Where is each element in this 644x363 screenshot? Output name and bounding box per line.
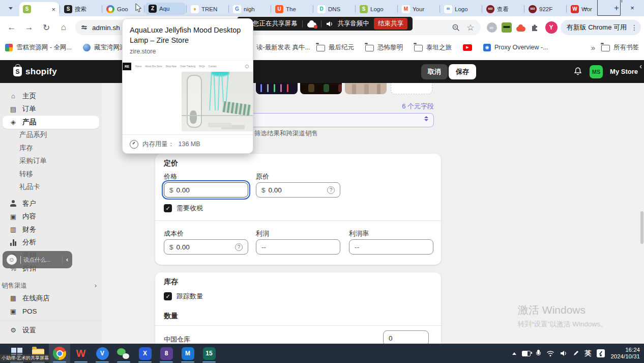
cost-input[interactable]: $ 0.00 ?: [164, 239, 248, 255]
wifi-icon[interactable]: [546, 350, 554, 357]
shopify-logo[interactable]: S shopify: [13, 67, 57, 77]
checkbox-checked-icon[interactable]: ✓: [164, 204, 172, 212]
ime-indicator[interactable]: 英: [584, 349, 591, 358]
browser-tab[interactable]: ZAqu: [145, 3, 186, 15]
taskbar-app-m[interactable]: M: [177, 344, 198, 363]
collapse-chevron-icon[interactable]: ‹: [639, 62, 642, 70]
help-icon[interactable]: ?: [235, 243, 243, 251]
profile-avatar[interactable]: Y: [545, 21, 558, 34]
browser-tab[interactable]: 922查看: [483, 2, 523, 16]
volume-icon[interactable]: [560, 350, 567, 356]
product-media-thumbnail[interactable]: [256, 83, 298, 94]
scrollbar-thumb[interactable]: [640, 211, 643, 244]
link-extension-icon[interactable]: ∞: [487, 22, 497, 33]
browser-tab[interactable]: S×: [19, 2, 59, 16]
home-button[interactable]: ⌂: [56, 20, 71, 35]
close-button[interactable]: ×: [621, 0, 644, 15]
tab-close-icon[interactable]: ×: [51, 6, 55, 13]
sales-channels-header[interactable]: 销售渠道 ›: [0, 280, 102, 292]
add-media-button[interactable]: [391, 83, 432, 94]
help-icon[interactable]: ?: [327, 186, 335, 194]
checkbox-checked-icon[interactable]: ✓: [164, 292, 172, 300]
product-media-thumbnail[interactable]: [300, 83, 342, 94]
taskbar-app-v[interactable]: V: [92, 344, 113, 363]
browser-tab[interactable]: DDNS: [314, 2, 355, 16]
price-input[interactable]: $ 0.00: [164, 182, 248, 198]
profit-field[interactable]: --: [256, 239, 340, 255]
pen-icon[interactable]: [573, 350, 579, 356]
all-bookmarks-button[interactable]: 所有书签: [601, 43, 639, 52]
minimize-button[interactable]: –: [574, 0, 597, 15]
sidebar-item-customers[interactable]: 客户: [0, 197, 102, 210]
sidebar-item-store[interactable]: ▦在线商店: [0, 292, 102, 305]
site-info-icon[interactable]: [81, 26, 87, 29]
save-button[interactable]: 保存: [449, 64, 476, 79]
extensions-puzzle-icon[interactable]: [530, 23, 539, 32]
cloud-download-extension-icon[interactable]: [516, 26, 525, 32]
taskbar-app-x[interactable]: X: [134, 344, 156, 363]
track-quantity-row[interactable]: ✓ 跟踪数量: [164, 292, 203, 301]
browser-tab[interactable]: SLogo: [356, 2, 397, 16]
battery-icon[interactable]: [522, 351, 531, 356]
sidebar-subitem[interactable]: 产品系列: [0, 129, 102, 142]
product-media-thumbnail[interactable]: [345, 83, 387, 94]
cancel-button[interactable]: 取消: [421, 64, 448, 79]
taskbar-wechat[interactable]: [113, 344, 134, 363]
browser-tab[interactable]: 88Logo: [441, 2, 481, 16]
store-avatar[interactable]: MS: [590, 65, 603, 78]
compare-price-input[interactable]: $ 0.00 ?: [256, 182, 340, 198]
taskbar-app-15[interactable]: 15: [198, 344, 220, 363]
bookmark-item[interactable]: 读-最新发表 真牛...: [256, 43, 310, 52]
chrome-update-chip[interactable]: 有新版 Chrome 可用 ⋮: [561, 20, 641, 35]
bookmark-item[interactable]: ◉Proxy Overview -...: [483, 44, 548, 51]
security-app-icon[interactable]: [597, 349, 605, 357]
bookmark-item[interactable]: 雪糕资源网 - 全网...: [5, 43, 72, 52]
browser-tab[interactable]: 922922F: [525, 2, 566, 16]
browser-tab[interactable]: UThe: [272, 2, 312, 16]
browser-tab[interactable]: MYour: [398, 2, 439, 16]
bookmark-item[interactable]: 恐怖黎明: [365, 43, 403, 52]
taskbar-app-8[interactable]: 8: [156, 344, 177, 363]
hidden-icons-chevron[interactable]: [512, 352, 516, 355]
more-menu-icon[interactable]: ⋮: [631, 23, 638, 32]
sunglasses-extension-icon[interactable]: [502, 22, 512, 33]
browser-tab[interactable]: ♦TREN: [187, 2, 228, 16]
sidebar-subitem[interactable]: 转移: [0, 167, 102, 181]
bookmark-item[interactable]: 藏宝湾网游: [83, 43, 126, 52]
restore-button[interactable]: [597, 0, 621, 15]
sidebar-item-content[interactable]: ▣内容: [0, 210, 102, 224]
bookmark-item[interactable]: 泰坦之旅: [414, 43, 452, 52]
sidebar-item-finance[interactable]: ▥财务: [0, 223, 102, 236]
sidebar-subitem[interactable]: 礼品卡: [0, 181, 102, 194]
microphone-icon[interactable]: [536, 350, 541, 357]
stop-sharing-button[interactable]: 结束共享: [374, 18, 407, 30]
bookmark-item[interactable]: 最后纪元: [316, 43, 354, 52]
reload-button[interactable]: ↻: [39, 20, 54, 35]
back-button[interactable]: ←: [4, 20, 19, 35]
collapse-left-icon[interactable]: ‹: [66, 256, 68, 263]
sidebar-item-orders[interactable]: ▤订单: [0, 103, 102, 116]
zoom-icon[interactable]: [452, 23, 460, 32]
bookmarks-overflow-icon[interactable]: »: [591, 43, 595, 52]
sidebar-item-products[interactable]: ◈产品: [3, 116, 99, 129]
sidebar-item-analytics[interactable]: 分析: [0, 236, 102, 249]
charge-tax-row[interactable]: ✓ 需要收税: [164, 204, 203, 213]
margin-field[interactable]: --: [349, 239, 433, 255]
forward-button[interactable]: →: [21, 20, 37, 35]
sidebar-item-pos[interactable]: ▣POS: [0, 305, 102, 318]
notifications-bell-icon[interactable]: [573, 67, 582, 76]
tab-search-button[interactable]: [3, 2, 18, 15]
browser-tab[interactable]: S搜索: [61, 2, 101, 16]
sidebar-item-gear[interactable]: ⚙设置: [0, 324, 102, 337]
taskbar-clock[interactable]: 16:24 2024/10/31: [610, 347, 640, 360]
sidebar-subitem[interactable]: 采购订单: [0, 155, 102, 168]
taskbar-chrome[interactable]: [49, 344, 70, 363]
sidebar-item-home[interactable]: ⌂主页: [0, 90, 102, 103]
taskbar-wps[interactable]: W: [70, 344, 92, 363]
chat-input[interactable]: 说点什么...: [20, 256, 58, 264]
bookmark-item[interactable]: ▶: [463, 44, 472, 51]
metafields-link[interactable]: 6 个元字段: [387, 102, 434, 111]
browser-tab[interactable]: Gnigh: [229, 2, 270, 16]
sidebar-subitem[interactable]: 库存: [0, 142, 102, 155]
bookmark-star-icon[interactable]: ☆: [466, 22, 474, 33]
